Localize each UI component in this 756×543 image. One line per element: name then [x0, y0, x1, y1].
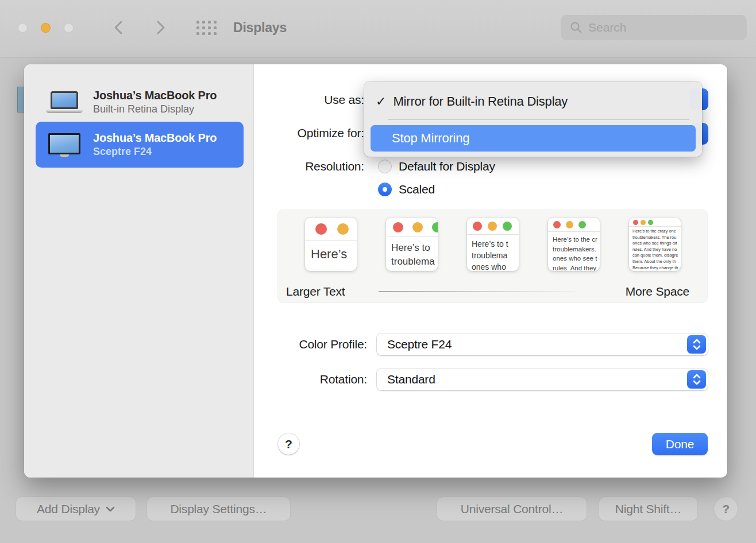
popup-updown-chevrons-icon [687, 370, 706, 389]
rotation-value: Standard [377, 373, 435, 386]
radio-default-label[interactable]: Default for Display [399, 160, 495, 173]
color-profile-label: Color Profile: [299, 337, 367, 352]
rotation-popup[interactable]: Standard [377, 369, 708, 390]
thumb-text-line: troublemakers. The rou [632, 235, 681, 241]
thumb-text-line: troublemakers. [553, 245, 600, 254]
back-icon[interactable] [110, 19, 128, 36]
laptop-icon [36, 91, 93, 113]
thumb-minimize-dot [488, 222, 497, 231]
thumb-text-line: Because they change th [632, 265, 681, 271]
larger-text-label: Larger Text [286, 284, 345, 299]
thumb-text-line: Here’s to t [472, 238, 519, 250]
resolution-thumbnail-1[interactable]: Here’s [305, 218, 357, 271]
optimize-for-label: Optimize for: [298, 126, 364, 141]
display-name: Joshua’s MacBook Pro [93, 131, 217, 145]
thumb-minimize-dot [412, 222, 423, 232]
thumb-close-dot [473, 222, 482, 231]
thumb-minimize-dot [566, 221, 573, 228]
use-as-dropdown-menu: ✓ Mirror for Built-in Retina Display Sto… [364, 82, 702, 157]
chevron-down-icon [106, 506, 115, 513]
thumb-zoom-dot [578, 221, 586, 228]
search-icon [570, 21, 583, 34]
checkmark-icon: ✓ [376, 94, 386, 109]
thumb-zoom-dot [432, 222, 438, 232]
sheet-help-button[interactable]: ? [278, 433, 299, 455]
thumb-text-line: Here’s [311, 247, 357, 262]
thumb-text-line: rules. And they have no [632, 247, 681, 253]
universal-control-button[interactable]: Universal Control… [437, 497, 587, 521]
scaled-resolution-panel: Here’s Here’s to troublema Here’s to t t… [277, 210, 708, 303]
add-display-label: Add Display [37, 502, 100, 516]
thumb-text-line: troublema [391, 255, 438, 269]
show-all-preferences-grid-icon[interactable] [196, 21, 217, 36]
thumb-close-dot [315, 223, 327, 235]
display-settings-button[interactable]: Display Settings… [147, 497, 290, 521]
thumb-zoom-dot [503, 222, 512, 231]
thumb-text-line: ones who see things dif [632, 241, 681, 247]
thumb-text-line: ones who [472, 261, 519, 271]
resolution-thumbnail-2[interactable]: Here’s to troublema [386, 218, 438, 271]
color-profile-value: Sceptre F24 [377, 338, 452, 351]
display-list-sidebar: Joshua’s MacBook Pro Built-in Retina Dis… [24, 64, 254, 478]
thumb-text-line: rules. And they [553, 263, 600, 272]
search-field[interactable] [561, 15, 747, 40]
titlebar: Displays [0, 0, 756, 57]
use-as-label: Use as: [324, 92, 364, 107]
resolution-thumbnail-5[interactable]: Here's to the crazy one troublemakers. T… [629, 218, 681, 271]
menu-item-label: Stop Mirroring [371, 131, 469, 146]
more-space-label: More Space [626, 284, 689, 299]
thumb-zoom-dot [648, 220, 653, 225]
thumb-close-dot [393, 222, 403, 232]
menu-item-label: Mirror for Built-in Retina Display [393, 94, 568, 109]
external-monitor-icon [36, 133, 93, 157]
minimize-window-button[interactable] [41, 23, 51, 33]
menu-item-mirror[interactable]: ✓ Mirror for Built-in Retina Display [376, 89, 568, 114]
add-display-button[interactable]: Add Display [16, 497, 136, 521]
thumb-minimize-dot [337, 223, 349, 235]
thumb-close-dot [633, 220, 638, 225]
color-profile-popup[interactable]: Sceptre F24 [377, 333, 708, 355]
thumb-text-line: Here’s to the cr [553, 235, 600, 245]
zoom-window-button[interactable] [64, 23, 74, 33]
night-shift-button[interactable]: Night Shift… [599, 497, 697, 521]
radio-scaled-label[interactable]: Scaled [399, 183, 435, 196]
toolbar-help-button[interactable]: ? [714, 497, 738, 521]
display-subtitle: Built-in Retina Display [93, 103, 217, 115]
search-input[interactable] [588, 21, 726, 34]
scale-slider-track[interactable] [379, 291, 581, 292]
radio-default-for-display[interactable] [378, 160, 392, 173]
thumb-minimize-dot [641, 220, 646, 225]
thumb-text-line: Here’s to [391, 241, 438, 255]
resolution-label: Resolution: [305, 159, 364, 174]
universal-control-label: Universal Control… [461, 502, 563, 516]
thumb-text-line: troublema [472, 250, 519, 261]
thumb-text-line: can quote them, disagre [632, 253, 681, 259]
page-title: Displays [233, 20, 287, 36]
sidebar-item-sceptre-display[interactable]: Joshua’s MacBook Pro Sceptre F24 [36, 122, 244, 168]
sidebar-item-builtin-display[interactable]: Joshua’s MacBook Pro Built-in Retina Dis… [36, 79, 244, 125]
resolution-thumbnail-3[interactable]: Here’s to t troublema ones who [467, 218, 519, 271]
forward-icon[interactable] [152, 19, 169, 36]
display-name: Joshua’s MacBook Pro [93, 89, 217, 102]
display-subtitle: Sceptre F24 [93, 146, 217, 158]
thumb-text-line: ones who see t [553, 254, 600, 263]
close-window-button[interactable] [18, 23, 28, 33]
radio-scaled[interactable] [378, 183, 392, 196]
popup-updown-chevrons-icon [687, 335, 706, 354]
thumb-text-line: Here's to the crazy one [632, 228, 681, 235]
thumb-text-line: them. About the only th [632, 259, 681, 265]
done-button[interactable]: Done [652, 433, 708, 455]
display-settings-label: Display Settings… [170, 502, 267, 516]
menu-item-stop-mirroring[interactable]: Stop Mirroring [371, 125, 696, 152]
rotation-label: Rotation: [320, 372, 367, 387]
night-shift-label: Night Shift… [615, 502, 681, 516]
thumb-close-dot [553, 221, 561, 228]
resolution-thumbnail-4[interactable]: Here’s to the cr troublemakers. ones who… [548, 218, 600, 271]
menu-separator [388, 119, 689, 120]
